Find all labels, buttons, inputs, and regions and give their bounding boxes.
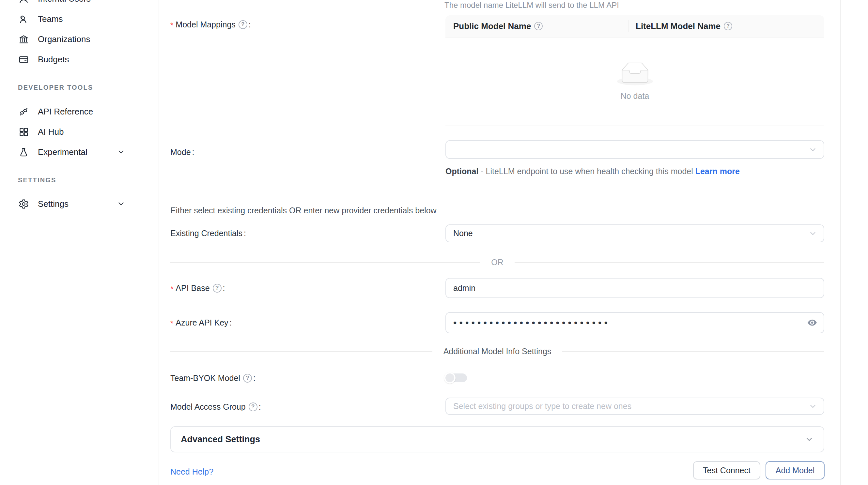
help-icon[interactable]: ? bbox=[534, 22, 542, 30]
chevron-down-icon bbox=[809, 402, 817, 411]
sidebar-item-label: Experimental bbox=[38, 147, 88, 157]
no-data-text: No data bbox=[621, 91, 649, 101]
azure-api-key-field bbox=[445, 312, 824, 333]
table-empty-state: No data bbox=[445, 37, 824, 126]
sidebar-item-ai-hub[interactable]: AI Hub bbox=[0, 122, 159, 142]
advanced-settings-panel[interactable]: Advanced Settings bbox=[170, 426, 824, 452]
sidebar-item-label: AI Hub bbox=[38, 127, 64, 137]
model-access-group-select[interactable]: Select existing groups or type to create… bbox=[445, 397, 824, 415]
column-header-public-model-name: Public Model Name ? bbox=[445, 15, 628, 37]
api-base-field bbox=[445, 278, 824, 298]
chevron-down-icon bbox=[805, 435, 814, 444]
toggle-knob bbox=[444, 372, 456, 384]
mode-select[interactable] bbox=[445, 140, 824, 159]
gear-icon bbox=[18, 198, 29, 209]
sidebar-item-label: Budgets bbox=[38, 55, 69, 65]
required-asterisk: * bbox=[170, 21, 173, 30]
sidebar-item-organizations[interactable]: Organizations bbox=[0, 29, 159, 49]
help-icon[interactable]: ? bbox=[239, 20, 247, 29]
existing-credentials-label: Existing Credentials : bbox=[170, 228, 246, 239]
table-header-row: Public Model Name ? LiteLLM Model Name ? bbox=[445, 15, 824, 37]
learn-more-link[interactable]: Learn more bbox=[695, 167, 740, 176]
help-icon[interactable]: ? bbox=[243, 374, 252, 383]
sidebar-nav: Internal Users Teams Organizations Budge… bbox=[0, 0, 159, 214]
azure-api-key-input[interactable] bbox=[446, 313, 824, 333]
sidebar-item-label: Organizations bbox=[38, 34, 90, 44]
empty-box-icon bbox=[617, 63, 653, 86]
sidebar-item-experimental[interactable]: Experimental bbox=[0, 142, 159, 162]
column-header-litellm-model-name: LiteLLM Model Name ? bbox=[628, 15, 824, 37]
test-connect-button[interactable]: Test Connect bbox=[693, 461, 760, 480]
mode-helper-text: Optional - LiteLLM endpoint to use when … bbox=[445, 165, 742, 178]
sidebar-item-label: Teams bbox=[38, 14, 63, 24]
additional-settings-divider: Additional Model Info Settings bbox=[170, 347, 824, 356]
sidebar: Internal Users Teams Organizations Budge… bbox=[0, 0, 159, 485]
help-icon[interactable]: ? bbox=[249, 402, 257, 411]
api-base-label: * API Base ? : bbox=[170, 283, 225, 294]
sidebar-item-label: Settings bbox=[38, 199, 68, 209]
sidebar-section-developer-tools: DEVELOPER TOOLS bbox=[18, 83, 159, 92]
sidebar-item-teams[interactable]: Teams bbox=[0, 9, 159, 29]
model-access-group-label: Model Access Group ? : bbox=[170, 401, 261, 412]
grid-icon bbox=[18, 126, 29, 137]
footer-buttons: Test Connect Add Model bbox=[693, 461, 825, 480]
sidebar-section-settings: SETTINGS bbox=[18, 176, 159, 184]
eye-icon[interactable] bbox=[807, 317, 818, 328]
sidebar-item-label: Internal Users bbox=[38, 0, 91, 4]
api-plug-icon bbox=[18, 106, 29, 117]
team-byok-toggle[interactable] bbox=[445, 374, 467, 382]
select-placeholder: Select existing groups or type to create… bbox=[446, 401, 631, 411]
sidebar-item-settings[interactable]: Settings bbox=[0, 194, 159, 214]
existing-credentials-select[interactable]: None bbox=[445, 224, 824, 243]
model-mappings-label: * Model Mappings ? : bbox=[170, 19, 251, 30]
need-help-link[interactable]: Need Help? bbox=[170, 467, 213, 477]
user-icon bbox=[18, 0, 29, 4]
sidebar-item-budgets[interactable]: Budgets bbox=[0, 49, 159, 69]
sidebar-item-internal-users[interactable]: Internal Users bbox=[0, 0, 159, 9]
add-model-form: The model name LiteLLM will send to the … bbox=[159, 0, 841, 485]
required-asterisk: * bbox=[170, 319, 173, 328]
add-model-button[interactable]: Add Model bbox=[766, 461, 825, 480]
advanced-settings-title: Advanced Settings bbox=[181, 434, 260, 445]
api-base-input[interactable] bbox=[446, 279, 824, 297]
azure-api-key-label: * Azure API Key : bbox=[170, 317, 232, 328]
sidebar-item-api-reference[interactable]: API Reference bbox=[0, 101, 159, 122]
help-icon[interactable]: ? bbox=[213, 284, 222, 293]
sidebar-item-label: API Reference bbox=[38, 107, 93, 117]
team-byok-label: Team-BYOK Model ? : bbox=[170, 373, 255, 384]
or-divider: OR bbox=[170, 258, 824, 267]
model-mappings-table: Public Model Name ? LiteLLM Model Name ? bbox=[445, 15, 824, 126]
mode-label: Mode : bbox=[170, 147, 194, 158]
help-icon[interactable]: ? bbox=[724, 22, 732, 30]
chevron-down-icon bbox=[809, 229, 817, 238]
required-asterisk: * bbox=[170, 284, 173, 294]
add-model-page: Internal Users Teams Organizations Budge… bbox=[0, 0, 868, 485]
flask-icon bbox=[18, 147, 29, 158]
credentials-note: Either select existing credentials OR en… bbox=[170, 206, 437, 215]
bank-icon bbox=[18, 34, 29, 45]
chevron-down-icon bbox=[809, 146, 817, 154]
users-icon bbox=[18, 13, 29, 25]
chevron-down-icon bbox=[117, 148, 125, 156]
credit-card-icon bbox=[18, 54, 29, 65]
model-name-helper-text: The model name LiteLLM will send to the … bbox=[444, 1, 619, 10]
chevron-down-icon bbox=[117, 200, 125, 208]
